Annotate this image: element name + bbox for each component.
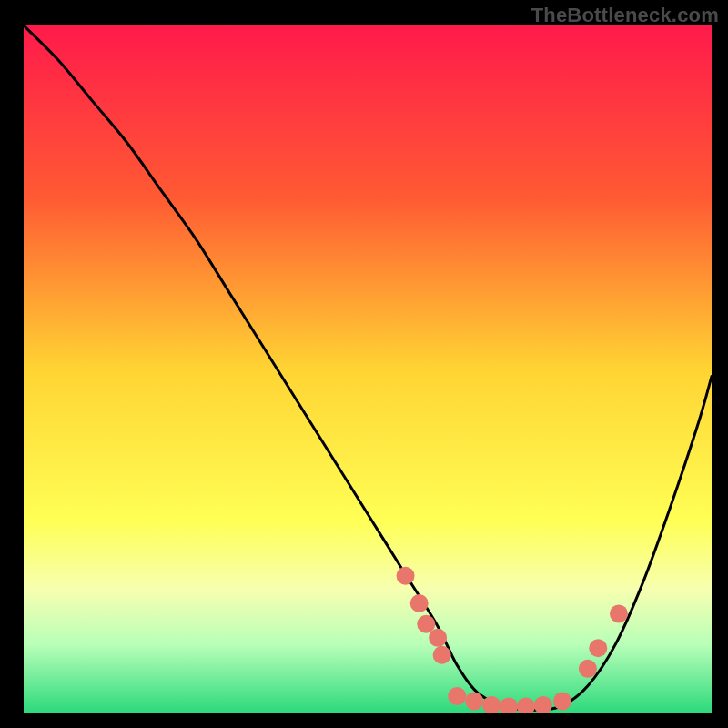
sample-point: [579, 660, 597, 678]
sample-point: [417, 615, 435, 633]
sample-point: [482, 696, 500, 714]
sample-point: [517, 697, 535, 715]
sample-point: [429, 629, 447, 647]
sample-point: [448, 687, 466, 705]
sample-point: [433, 646, 451, 664]
bottleneck-chart: [0, 0, 728, 728]
sample-point: [500, 697, 518, 715]
sample-point: [465, 692, 483, 710]
sample-point: [534, 696, 552, 714]
sample-point: [397, 567, 415, 585]
chart-stage: TheBottleneck.com: [0, 0, 728, 728]
sample-point: [553, 692, 571, 710]
gradient-background: [24, 25, 712, 713]
sample-point: [410, 594, 429, 612]
attribution-label: TheBottleneck.com: [531, 4, 719, 27]
sample-point: [589, 639, 607, 657]
sample-point: [610, 604, 628, 622]
